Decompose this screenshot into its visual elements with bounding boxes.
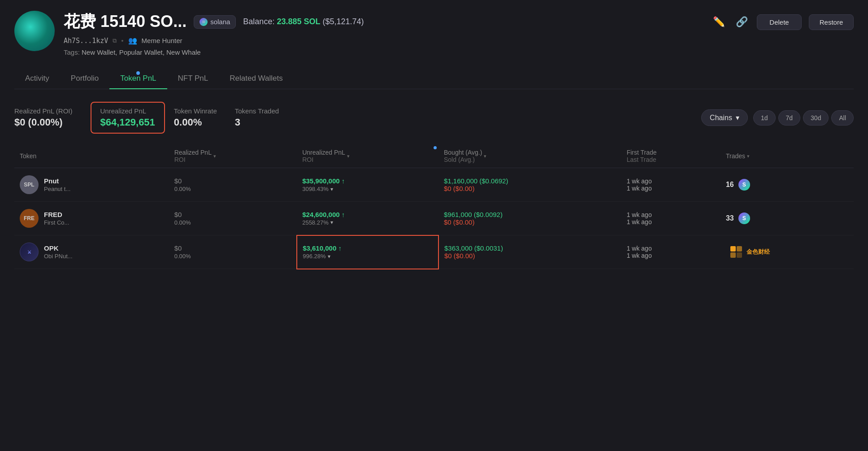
trade-dates-cell: 1 wk ago 1 wk ago bbox=[621, 168, 720, 202]
col-token: Token bbox=[14, 144, 169, 168]
realized-pnl-cell: $0 0.00% bbox=[169, 168, 297, 202]
col-realized-pnl[interactable]: Realized PnLROI ▾ bbox=[169, 144, 297, 168]
col-trade-dates: First TradeLast Trade bbox=[621, 144, 720, 168]
tags-row: Tags: New Wallet, Popular Wallet, New Wh… bbox=[64, 48, 702, 56]
token-table-wrapper: Token Realized PnLROI ▾ Unrealized PnLRO… bbox=[14, 144, 854, 269]
delete-button[interactable]: Delete bbox=[757, 14, 802, 30]
chain-sol-icon: S bbox=[738, 212, 750, 224]
trade-dates-cell: 1 wk ago 1 wk ago bbox=[621, 202, 720, 235]
wallet-avatar bbox=[14, 11, 55, 51]
header-actions: ✏️ 🔗 Delete Restore bbox=[711, 11, 854, 30]
tab-portfolio[interactable]: Portfolio bbox=[60, 69, 109, 89]
realized-pnl-block: Realized PnL (ROI) $0 (0.00%) bbox=[14, 107, 91, 128]
bought-sold-cell: $1,160,000 ($0.0692) $0 ($0.00) bbox=[438, 168, 621, 202]
wallet-name: 花费 15140 SO... bbox=[64, 11, 187, 33]
restore-button[interactable]: Restore bbox=[809, 14, 854, 30]
col-dot-unrealized bbox=[434, 146, 437, 149]
token-cell: FRE FRED First Co... bbox=[14, 202, 169, 235]
token-cell: SPL Pnut Peanut t... bbox=[14, 168, 169, 202]
unrealized-pnl-block: Unrealized PnL $64,129,651 bbox=[91, 102, 165, 134]
time-btn-all[interactable]: All bbox=[831, 110, 854, 126]
time-buttons: 1d 7d 30d All bbox=[753, 110, 854, 126]
sort-trades-icon: ▾ bbox=[747, 153, 750, 159]
token-cell: ⚔ OPK Obi PNut... bbox=[14, 235, 169, 269]
realized-pnl-cell: $0 0.00% bbox=[169, 235, 297, 269]
token-name-block: FRED First Co... bbox=[44, 211, 69, 226]
token-winrate-block: Token Winrate 0.00% bbox=[174, 107, 235, 128]
solana-icon: ≋ bbox=[200, 18, 208, 26]
trades-cell: 33 S bbox=[720, 202, 854, 235]
realized-pnl-cell: $0 0.00% bbox=[169, 202, 297, 235]
tab-activity[interactable]: Activity bbox=[14, 69, 60, 89]
separator: • bbox=[121, 37, 123, 44]
chain-label: solana bbox=[210, 18, 230, 26]
token-table: Token Realized PnLROI ▾ Unrealized PnLRO… bbox=[14, 144, 854, 269]
share-button[interactable]: 🔗 bbox=[734, 14, 750, 30]
balance-sol: 23.885 SOL bbox=[277, 17, 320, 26]
time-btn-7d[interactable]: 7d bbox=[778, 110, 801, 126]
balance-usd: ($5,121.74) bbox=[322, 17, 364, 26]
token-logo-pnut: SPL bbox=[20, 175, 39, 194]
token-logo-fred: FRE bbox=[20, 209, 39, 228]
sort-bought-icon: ▾ bbox=[484, 153, 486, 159]
wallet-address: Ah7S...1kzV bbox=[64, 37, 108, 45]
tab-active-dot bbox=[136, 71, 140, 75]
balance-label: Balance: 23.885 SOL ($5,121.74) bbox=[243, 17, 364, 26]
table-row: FRE FRED First Co... $0 0.00% $24,600,00… bbox=[14, 202, 854, 235]
trades-cell: 16 S bbox=[720, 168, 854, 202]
sort-realized-icon: ▾ bbox=[213, 153, 216, 159]
trade-dates-cell: 1 wk ago 1 wk ago bbox=[621, 235, 720, 269]
chains-button[interactable]: Chains ▾ bbox=[701, 109, 748, 126]
bought-sold-cell: $961,000 ($0.0092) $0 ($0.00) bbox=[438, 202, 621, 235]
copy-icon[interactable]: ⧉ bbox=[113, 37, 117, 44]
table-header-row: Token Realized PnLROI ▾ Unrealized PnLRO… bbox=[14, 144, 854, 168]
tokens-traded-block: Tokens Traded 3 bbox=[235, 107, 297, 128]
col-bought-sold[interactable]: Bought (Avg.)Sold (Avg.) ▾ bbox=[438, 144, 621, 168]
edit-button[interactable]: ✏️ bbox=[711, 14, 727, 30]
table-row: SPL Pnut Peanut t... $0 0.00% $35,900,00… bbox=[14, 168, 854, 202]
col-trades[interactable]: Trades ▾ bbox=[720, 144, 854, 168]
chains-chevron-icon: ▾ bbox=[736, 113, 739, 122]
wallet-header: 花费 15140 SO... ≋ solana Balance: 23.885 … bbox=[14, 11, 854, 56]
unrealized-pnl-value: $64,129,651 bbox=[100, 117, 155, 128]
table-row: ⚔ OPK Obi PNut... $0 0.00% $3,610,000 ↑ … bbox=[14, 235, 854, 269]
unrealized-pnl-cell: $35,900,000 ↑ 3098.43% ▾ bbox=[297, 168, 438, 202]
token-logo-opk: ⚔ bbox=[20, 243, 39, 261]
wallet-sub-row: Ah7S...1kzV ⧉ • 👥 Meme Hunter bbox=[64, 36, 702, 45]
tab-token-pnl[interactable]: Token PnL bbox=[109, 69, 167, 89]
token-winrate-label: Token Winrate bbox=[174, 107, 217, 115]
chain-sol-icon: S bbox=[738, 179, 750, 191]
tab-nft-pnl[interactable]: NFT PnL bbox=[167, 69, 219, 89]
tab-related-wallets[interactable]: Related Wallets bbox=[219, 69, 293, 89]
watermark-text-inline: 金色财经 bbox=[746, 248, 770, 256]
col-unrealized-pnl[interactable]: Unrealized PnLROI ▾ bbox=[297, 144, 438, 168]
realized-pnl-label: Realized PnL (ROI) bbox=[14, 107, 73, 115]
wallet-info: 花费 15140 SO... ≋ solana Balance: 23.885 … bbox=[64, 11, 702, 56]
trades-cell: 金色财经 bbox=[720, 235, 854, 269]
time-btn-1d[interactable]: 1d bbox=[753, 110, 776, 126]
tabs-container: Activity Portfolio Token PnL NFT PnL Rel… bbox=[14, 69, 854, 89]
chains-label: Chains bbox=[710, 114, 732, 122]
unrealized-pnl-cell-highlighted: $3,610,000 ↑ 996.28% ▾ bbox=[297, 235, 438, 269]
sort-unrealized-icon: ▾ bbox=[347, 153, 350, 159]
group-name: Meme Hunter bbox=[142, 37, 182, 44]
tokens-traded-value: 3 bbox=[235, 117, 279, 128]
token-winrate-value: 0.00% bbox=[174, 117, 217, 128]
wallet-title-row: 花费 15140 SO... ≋ solana Balance: 23.885 … bbox=[64, 11, 702, 33]
token-name-block: Pnut Peanut t... bbox=[44, 177, 70, 192]
stats-row: Realized PnL (ROI) $0 (0.00%) Unrealized… bbox=[14, 102, 854, 134]
realized-pnl-value: $0 (0.00%) bbox=[14, 117, 73, 128]
unrealized-pnl-label: Unrealized PnL bbox=[100, 107, 155, 115]
bought-sold-cell: $363,000 ($0.0031) $0 ($0.00) bbox=[438, 235, 621, 269]
tags-value: New Wallet, Popular Wallet, New Whale bbox=[82, 48, 201, 56]
time-btn-30d[interactable]: 30d bbox=[803, 110, 829, 126]
group-icon: 👥 bbox=[128, 36, 137, 45]
tokens-traded-label: Tokens Traded bbox=[235, 107, 279, 115]
chain-badge: ≋ solana bbox=[194, 15, 236, 29]
token-name-block: OPK Obi PNut... bbox=[44, 244, 73, 260]
unrealized-pnl-cell: $24,600,000 ↑ 2558.27% ▾ bbox=[297, 202, 438, 235]
tags-label: Tags: bbox=[64, 48, 80, 56]
